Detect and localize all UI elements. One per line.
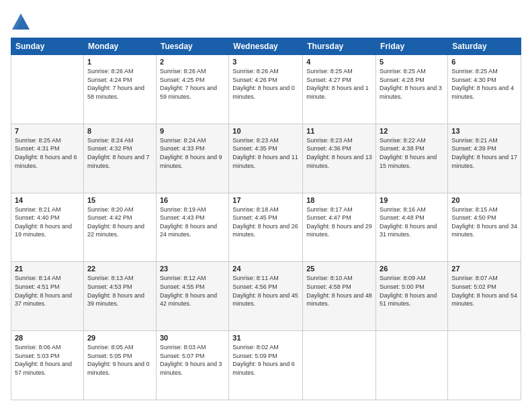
- day-number: 17: [232, 196, 299, 204]
- calendar-body: 1Sunrise: 8:26 AMSunset: 4:24 PMDaylight…: [11, 55, 521, 400]
- calendar-cell-4-2: 30Sunrise: 8:03 AMSunset: 5:07 PMDayligh…: [156, 331, 228, 400]
- calendar-cell-2-5: 19Sunrise: 8:16 AMSunset: 4:48 PMDayligh…: [376, 193, 448, 262]
- day-info: Sunrise: 8:23 AMSunset: 4:36 PMDaylight:…: [306, 136, 372, 170]
- day-info: Sunrise: 8:19 AMSunset: 4:43 PMDaylight:…: [160, 205, 225, 239]
- calendar-cell-3-1: 22Sunrise: 8:13 AMSunset: 4:53 PMDayligh…: [83, 262, 156, 331]
- day-number: 14: [15, 196, 80, 204]
- weekday-header-thursday: Thursday: [303, 38, 376, 55]
- day-number: 18: [306, 196, 372, 204]
- day-info: Sunrise: 8:11 AMSunset: 4:56 PMDaylight:…: [232, 274, 299, 308]
- calendar-cell-0-2: 2Sunrise: 8:26 AMSunset: 4:25 PMDaylight…: [156, 55, 228, 124]
- day-number: 6: [451, 58, 517, 66]
- day-number: 23: [160, 265, 225, 273]
- day-info: Sunrise: 8:20 AMSunset: 4:42 PMDaylight:…: [87, 205, 152, 239]
- weekday-header-tuesday: Tuesday: [156, 38, 228, 55]
- day-info: Sunrise: 8:02 AMSunset: 5:09 PMDaylight:…: [232, 343, 299, 377]
- day-number: 11: [306, 127, 372, 135]
- day-info: Sunrise: 8:13 AMSunset: 4:53 PMDaylight:…: [87, 274, 152, 308]
- day-info: Sunrise: 8:24 AMSunset: 4:33 PMDaylight:…: [160, 136, 225, 170]
- calendar-cell-4-0: 28Sunrise: 8:06 AMSunset: 5:03 PMDayligh…: [11, 331, 84, 400]
- page: SundayMondayTuesdayWednesdayThursdayFrid…: [0, 0, 532, 411]
- calendar-cell-3-6: 27Sunrise: 8:07 AMSunset: 5:02 PMDayligh…: [448, 262, 521, 331]
- day-info: Sunrise: 8:05 AMSunset: 5:05 PMDaylight:…: [87, 343, 152, 377]
- day-number: 26: [380, 265, 444, 273]
- calendar-cell-1-1: 8Sunrise: 8:24 AMSunset: 4:32 PMDaylight…: [83, 124, 156, 193]
- weekday-header-saturday: Saturday: [448, 38, 521, 55]
- calendar-cell-2-0: 14Sunrise: 8:21 AMSunset: 4:40 PMDayligh…: [11, 193, 84, 262]
- day-info: Sunrise: 8:25 AMSunset: 4:28 PMDaylight:…: [380, 67, 444, 101]
- calendar-header: SundayMondayTuesdayWednesdayThursdayFrid…: [11, 38, 521, 55]
- day-number: 5: [380, 58, 444, 66]
- calendar-cell-1-0: 7Sunrise: 8:25 AMSunset: 4:31 PMDaylight…: [11, 124, 84, 193]
- day-number: 9: [160, 127, 225, 135]
- day-info: Sunrise: 8:24 AMSunset: 4:32 PMDaylight:…: [87, 136, 152, 170]
- weekday-header-monday: Monday: [83, 38, 156, 55]
- calendar-cell-0-4: 4Sunrise: 8:25 AMSunset: 4:27 PMDaylight…: [303, 55, 376, 124]
- day-number: 24: [232, 265, 299, 273]
- day-info: Sunrise: 8:22 AMSunset: 4:38 PMDaylight:…: [380, 136, 444, 170]
- calendar-cell-1-3: 10Sunrise: 8:23 AMSunset: 4:35 PMDayligh…: [229, 124, 303, 193]
- day-number: 16: [160, 196, 225, 204]
- day-number: 28: [15, 334, 80, 342]
- day-number: 7: [15, 127, 80, 135]
- logo: [11, 11, 34, 31]
- calendar-week-3: 21Sunrise: 8:14 AMSunset: 4:51 PMDayligh…: [11, 262, 521, 331]
- day-number: 15: [87, 196, 152, 204]
- calendar-cell-4-1: 29Sunrise: 8:05 AMSunset: 5:05 PMDayligh…: [83, 331, 156, 400]
- day-info: Sunrise: 8:25 AMSunset: 4:31 PMDaylight:…: [15, 136, 80, 170]
- calendar-cell-2-2: 16Sunrise: 8:19 AMSunset: 4:43 PMDayligh…: [156, 193, 228, 262]
- day-number: 10: [232, 127, 299, 135]
- weekday-header-sunday: Sunday: [11, 38, 84, 55]
- day-info: Sunrise: 8:25 AMSunset: 4:30 PMDaylight:…: [451, 67, 517, 101]
- calendar-cell-3-4: 25Sunrise: 8:10 AMSunset: 4:58 PMDayligh…: [303, 262, 376, 331]
- calendar-cell-1-4: 11Sunrise: 8:23 AMSunset: 4:36 PMDayligh…: [303, 124, 376, 193]
- day-number: 25: [306, 265, 372, 273]
- day-info: Sunrise: 8:26 AMSunset: 4:26 PMDaylight:…: [232, 67, 299, 101]
- day-number: 13: [451, 127, 517, 135]
- calendar-table: SundayMondayTuesdayWednesdayThursdayFrid…: [11, 38, 521, 400]
- calendar-cell-0-3: 3Sunrise: 8:26 AMSunset: 4:26 PMDaylight…: [229, 55, 303, 124]
- calendar-week-0: 1Sunrise: 8:26 AMSunset: 4:24 PMDaylight…: [11, 55, 521, 124]
- calendar-cell-1-5: 12Sunrise: 8:22 AMSunset: 4:38 PMDayligh…: [376, 124, 448, 193]
- day-number: 27: [451, 265, 517, 273]
- day-info: Sunrise: 8:06 AMSunset: 5:03 PMDaylight:…: [15, 343, 80, 377]
- day-info: Sunrise: 8:09 AMSunset: 5:00 PMDaylight:…: [380, 274, 444, 308]
- calendar-cell-4-4: [303, 331, 376, 400]
- calendar-cell-2-1: 15Sunrise: 8:20 AMSunset: 4:42 PMDayligh…: [83, 193, 156, 262]
- calendar-cell-2-4: 18Sunrise: 8:17 AMSunset: 4:47 PMDayligh…: [303, 193, 376, 262]
- day-number: 31: [232, 334, 299, 342]
- logo-icon: [11, 11, 31, 31]
- calendar-cell-2-6: 20Sunrise: 8:15 AMSunset: 4:50 PMDayligh…: [448, 193, 521, 262]
- day-number: 4: [306, 58, 372, 66]
- day-number: 3: [232, 58, 299, 66]
- calendar-cell-0-5: 5Sunrise: 8:25 AMSunset: 4:28 PMDaylight…: [376, 55, 448, 124]
- day-info: Sunrise: 8:10 AMSunset: 4:58 PMDaylight:…: [306, 274, 372, 308]
- day-number: 30: [160, 334, 225, 342]
- calendar-cell-0-6: 6Sunrise: 8:25 AMSunset: 4:30 PMDaylight…: [448, 55, 521, 124]
- calendar-week-1: 7Sunrise: 8:25 AMSunset: 4:31 PMDaylight…: [11, 124, 521, 193]
- calendar-cell-2-3: 17Sunrise: 8:18 AMSunset: 4:45 PMDayligh…: [229, 193, 303, 262]
- day-info: Sunrise: 8:17 AMSunset: 4:47 PMDaylight:…: [306, 205, 372, 239]
- calendar-cell-3-2: 23Sunrise: 8:12 AMSunset: 4:55 PMDayligh…: [156, 262, 228, 331]
- day-number: 1: [87, 58, 152, 66]
- day-info: Sunrise: 8:03 AMSunset: 5:07 PMDaylight:…: [160, 343, 225, 377]
- calendar-week-4: 28Sunrise: 8:06 AMSunset: 5:03 PMDayligh…: [11, 331, 521, 400]
- calendar-cell-3-0: 21Sunrise: 8:14 AMSunset: 4:51 PMDayligh…: [11, 262, 84, 331]
- day-info: Sunrise: 8:26 AMSunset: 4:24 PMDaylight:…: [87, 67, 152, 101]
- day-number: 21: [15, 265, 80, 273]
- day-info: Sunrise: 8:21 AMSunset: 4:40 PMDaylight:…: [15, 205, 80, 239]
- day-number: 20: [451, 196, 517, 204]
- day-number: 12: [380, 127, 444, 135]
- day-info: Sunrise: 8:26 AMSunset: 4:25 PMDaylight:…: [160, 67, 225, 101]
- day-number: 19: [380, 196, 444, 204]
- weekday-row: SundayMondayTuesdayWednesdayThursdayFrid…: [11, 38, 521, 55]
- day-info: Sunrise: 8:15 AMSunset: 4:50 PMDaylight:…: [451, 205, 517, 239]
- calendar-cell-1-6: 13Sunrise: 8:21 AMSunset: 4:39 PMDayligh…: [448, 124, 521, 193]
- calendar-week-2: 14Sunrise: 8:21 AMSunset: 4:40 PMDayligh…: [11, 193, 521, 262]
- day-info: Sunrise: 8:18 AMSunset: 4:45 PMDaylight:…: [232, 205, 299, 239]
- day-number: 8: [87, 127, 152, 135]
- day-number: 22: [87, 265, 152, 273]
- day-info: Sunrise: 8:23 AMSunset: 4:35 PMDaylight:…: [232, 136, 299, 170]
- header: [11, 11, 521, 31]
- calendar-cell-4-3: 31Sunrise: 8:02 AMSunset: 5:09 PMDayligh…: [229, 331, 303, 400]
